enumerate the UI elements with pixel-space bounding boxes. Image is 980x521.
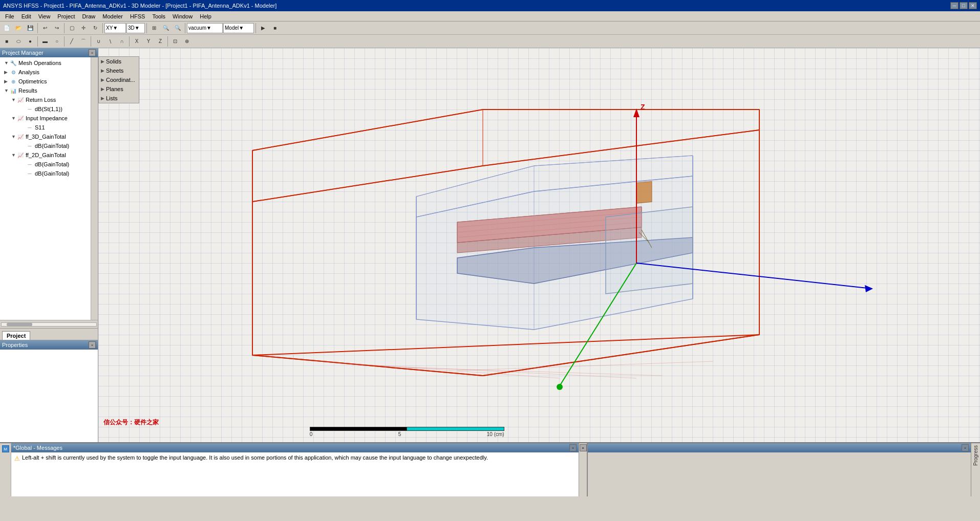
svg-line-13 bbox=[406, 367, 662, 376]
tree-ff2d[interactable]: ▼ 📈 ff_2D_GainTotal bbox=[0, 150, 91, 160]
props-close-btn[interactable]: × bbox=[89, 341, 96, 349]
stop-btn[interactable]: ■ bbox=[269, 23, 281, 34]
tree-results-label: Results bbox=[18, 88, 37, 94]
tree-gain2[interactable]: ─ dB(GainTotal) bbox=[0, 160, 91, 169]
move-btn[interactable]: ✛ bbox=[78, 23, 89, 34]
rotate-btn[interactable]: ↻ bbox=[90, 23, 101, 34]
redo-btn[interactable]: ↪ bbox=[51, 23, 62, 34]
menu-bar: File Edit View Project Draw Modeler HFSS… bbox=[0, 11, 980, 21]
restore-btn[interactable]: □ bbox=[960, 2, 968, 9]
draw-line-btn[interactable]: ╱ bbox=[66, 36, 77, 47]
sep1 bbox=[37, 23, 38, 33]
zoom-out-btn[interactable]: 🔍 bbox=[172, 23, 183, 34]
tree-s11[interactable]: ─ S11 bbox=[0, 123, 91, 132]
draw-cyl-btn[interactable]: ⬭ bbox=[13, 36, 24, 47]
bool-sub-btn[interactable]: ∖ bbox=[104, 36, 116, 47]
sep8 bbox=[64, 36, 65, 47]
menu-help[interactable]: Help bbox=[197, 12, 215, 20]
second-close-btn[interactable]: × bbox=[962, 444, 969, 451]
svg-line-11 bbox=[304, 360, 560, 378]
plane-dropdown[interactable]: XY▼ bbox=[104, 23, 126, 33]
draw-box-btn[interactable]: ■ bbox=[1, 36, 12, 47]
select-btn[interactable]: ▢ bbox=[66, 23, 77, 34]
rotate-x-btn[interactable]: X bbox=[131, 36, 142, 47]
tree-results[interactable]: ▼ 📊 Results bbox=[0, 86, 91, 95]
sep9 bbox=[91, 36, 91, 47]
tree-ff2d-label: ff_2D_GainTotal bbox=[26, 152, 66, 158]
view-dropdown[interactable]: 3D▼ bbox=[126, 23, 145, 33]
menu-window[interactable]: Window bbox=[169, 12, 196, 20]
watermark: 信公众号：硬件之家 bbox=[103, 418, 159, 427]
svg-marker-33 bbox=[606, 207, 693, 294]
svg-line-6 bbox=[483, 335, 759, 376]
save-btn[interactable]: 💾 bbox=[25, 23, 36, 34]
menu-project[interactable]: Project bbox=[54, 12, 78, 20]
sep11 bbox=[167, 36, 168, 47]
svg-line-14 bbox=[457, 361, 713, 371]
menu-modeler[interactable]: Modeler bbox=[99, 12, 126, 20]
analyze-btn[interactable]: ▶ bbox=[258, 23, 269, 34]
svg-marker-40 bbox=[865, 285, 873, 292]
menu-edit[interactable]: Edit bbox=[18, 12, 34, 20]
tree-analysis[interactable]: ▶ ⚙ Analysis bbox=[0, 68, 91, 77]
draw-sphere-btn[interactable]: ● bbox=[25, 36, 36, 47]
second-bottom-panel: × bbox=[587, 443, 971, 496]
tree-input-imp[interactable]: ▼ 📈 Input Impedance bbox=[0, 114, 91, 123]
svg-point-38 bbox=[557, 384, 563, 390]
draw-arc-btn[interactable]: ⌒ bbox=[78, 36, 89, 47]
zoom-fit-btn[interactable]: ⊞ bbox=[148, 23, 160, 34]
gain2-icon: ─ bbox=[26, 160, 34, 168]
menu-draw[interactable]: Draw bbox=[79, 12, 99, 20]
right-sidebar bbox=[91, 57, 98, 320]
menu-hfss[interactable]: HFSS bbox=[127, 12, 148, 20]
minimize-btn[interactable]: ─ bbox=[950, 2, 958, 9]
menu-file[interactable]: File bbox=[2, 12, 17, 20]
pm-close-btn[interactable]: × bbox=[89, 49, 96, 56]
props-header-btns: × bbox=[89, 341, 96, 349]
tree-mesh-operations[interactable]: ▼ 🔧 Mesh Operations bbox=[0, 58, 91, 68]
tree-gain3[interactable]: ─ dB(GainTotal) bbox=[0, 169, 91, 178]
rotate-y-btn[interactable]: Y bbox=[143, 36, 154, 47]
rotate-z-btn[interactable]: Z bbox=[155, 36, 166, 47]
message-header: *Global - Messages × bbox=[11, 443, 579, 452]
mesh-ops-icon: 🔧 bbox=[9, 59, 17, 67]
analysis-icon: ⚙ bbox=[9, 68, 17, 76]
draw-rect-btn[interactable]: ▬ bbox=[39, 36, 51, 47]
second-panel-content bbox=[588, 452, 971, 496]
tab-project[interactable]: Project bbox=[2, 331, 30, 340]
tree-return-loss[interactable]: ▼ 📈 Return Loss bbox=[0, 95, 91, 104]
undo-btn[interactable]: ↩ bbox=[39, 23, 51, 34]
bool-unite-btn[interactable]: ∪ bbox=[93, 36, 104, 47]
tree-ff3d[interactable]: ▼ 📈 ff_3D_GainTotal bbox=[0, 132, 91, 141]
draw-circle-btn[interactable]: ○ bbox=[51, 36, 62, 47]
new-btn[interactable]: 📄 bbox=[1, 23, 12, 34]
viewport-3d[interactable]: Z 0 5 10 (cm) 信公众号：硬件之家 bbox=[98, 48, 980, 442]
menu-tools[interactable]: Tools bbox=[149, 12, 168, 20]
bool-int-btn[interactable]: ∩ bbox=[116, 36, 127, 47]
right-msg-panel: × bbox=[579, 443, 587, 496]
msg-close-btn[interactable]: × bbox=[569, 444, 577, 451]
model-dropdown[interactable]: Model▼ bbox=[223, 23, 254, 33]
tree-rl-label: Return Loss bbox=[26, 97, 56, 103]
close-btn[interactable]: ✕ bbox=[969, 2, 977, 9]
svg-line-5 bbox=[252, 335, 759, 355]
tree-dbs11[interactable]: ─ dB(St(1,1)) bbox=[0, 104, 91, 114]
results-icon: 📊 bbox=[9, 86, 17, 95]
tree-gain1[interactable]: ─ dB(GainTotal) bbox=[0, 141, 91, 150]
tree-optimetrics[interactable]: ▶ ⊕ Optimetrics bbox=[0, 77, 91, 86]
tree-mesh-label: Mesh Operations bbox=[18, 60, 61, 66]
menu-view[interactable]: View bbox=[35, 12, 54, 20]
right-close-btn[interactable]: × bbox=[580, 444, 587, 451]
open-btn[interactable]: 📂 bbox=[13, 23, 24, 34]
tree-arrow-imp: ▼ bbox=[11, 116, 16, 121]
sep4 bbox=[146, 23, 147, 33]
sep2 bbox=[64, 23, 65, 33]
zoom-in-btn[interactable]: 🔍 bbox=[160, 23, 172, 34]
tree-hscroll[interactable] bbox=[0, 320, 98, 328]
snap-grid-btn[interactable]: ⊡ bbox=[169, 36, 181, 47]
material-dropdown[interactable]: vacuum▼ bbox=[187, 23, 223, 33]
optimetrics-icon: ⊕ bbox=[9, 77, 17, 85]
svg-line-12 bbox=[355, 364, 636, 378]
snap-pt-btn[interactable]: ⊕ bbox=[181, 36, 193, 47]
sep10 bbox=[129, 36, 130, 47]
